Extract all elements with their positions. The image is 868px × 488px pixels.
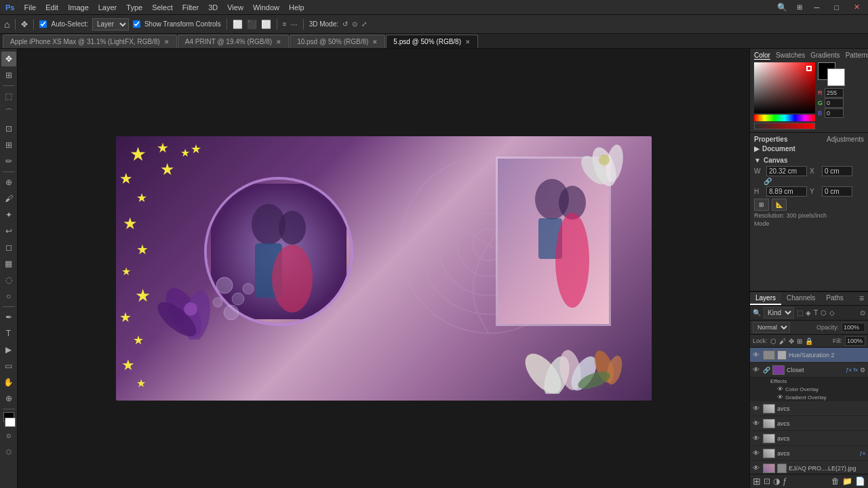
g-input[interactable] xyxy=(825,98,844,108)
show-transform-checkbox[interactable] xyxy=(133,20,140,28)
menu-layer[interactable]: Layer xyxy=(98,3,117,12)
3d-rotate-icon[interactable]: ↺ xyxy=(342,20,348,28)
add-mask-icon[interactable]: ⊡ xyxy=(764,476,770,486)
layers-kind-select[interactable]: Kind xyxy=(764,307,794,319)
menu-image[interactable]: Image xyxy=(68,3,89,12)
lock-all[interactable]: 🔒 xyxy=(805,338,813,345)
lock-transparency[interactable]: ⬡ xyxy=(770,338,776,345)
vis-icon-2[interactable]: 👁 xyxy=(753,366,761,373)
lasso-tool[interactable]: ⌒ xyxy=(1,105,16,120)
height-input[interactable] xyxy=(766,186,807,197)
adjustments-link[interactable]: Adjustments xyxy=(827,136,864,143)
quick-mask-tool[interactable]: ⊙ xyxy=(1,428,16,443)
tab-a4[interactable]: A4 PRINT @ 19.4% (RGB/8) ✕ xyxy=(178,35,289,48)
object-selection-tool[interactable]: ⊡ xyxy=(1,121,16,136)
zoom-tool[interactable]: ⊕ xyxy=(1,391,16,406)
tab-close-iphone[interactable]: ✕ xyxy=(164,39,170,45)
blend-mode-select[interactable]: Normal Multiply Screen Overlay xyxy=(753,322,790,333)
document-section-title[interactable]: ▶ Document xyxy=(754,145,864,152)
new-group-icon[interactable]: 📁 xyxy=(842,476,852,486)
delete-layer-icon[interactable]: 🗑 xyxy=(831,476,840,486)
type-tool[interactable]: T xyxy=(1,326,16,341)
lock-ratio-icon[interactable]: 🔗 xyxy=(764,178,772,185)
add-style-icon[interactable]: ƒ xyxy=(783,476,787,486)
vis-icon-1[interactable]: 👁 xyxy=(753,351,761,359)
menu-3d[interactable]: 3D xyxy=(208,3,218,12)
align-left-icon[interactable]: ⬜ xyxy=(233,20,243,29)
lock-image[interactable]: 🖌 xyxy=(779,338,786,345)
gradient-tool[interactable]: ▦ xyxy=(1,256,16,271)
layers-filter-type[interactable]: T xyxy=(814,309,818,317)
move-tool-icon[interactable]: ✥ xyxy=(21,20,28,29)
distribute-icon[interactable]: ≡ xyxy=(283,20,287,28)
panel-icon[interactable]: ⊞ xyxy=(797,3,802,11)
move-tool[interactable]: ✥ xyxy=(1,52,16,66)
auto-select-checkbox[interactable] xyxy=(39,20,47,28)
align-center-icon[interactable]: ⬛ xyxy=(247,20,257,29)
tab-close-5psd[interactable]: ✕ xyxy=(465,39,471,45)
canvas-icon-1[interactable]: ⊞ xyxy=(754,199,769,211)
crop-tool[interactable]: ⊞ xyxy=(1,138,16,152)
healing-brush-tool[interactable]: ⊕ xyxy=(1,175,16,190)
canvas-area[interactable]: ★ ★ ★ ★ ★ ★ ★ ★ ★ ★ ★ ★ ★ ★ ★ xyxy=(18,49,749,488)
clone-stamp-tool[interactable]: ✦ xyxy=(1,207,16,222)
x-input[interactable] xyxy=(822,166,852,176)
layers-filter-shape[interactable]: ⬡ xyxy=(821,309,827,317)
dodge-tool[interactable]: ○ xyxy=(1,289,16,304)
vis-icon-go[interactable]: 👁 xyxy=(777,394,783,401)
brush-tool[interactable]: 🖌 xyxy=(1,191,16,206)
layers-filter-toggle[interactable]: ⊙ xyxy=(860,309,865,317)
width-input[interactable] xyxy=(766,166,807,176)
background-swatch[interactable] xyxy=(827,68,845,86)
lock-artboard[interactable]: ⊞ xyxy=(797,338,802,345)
fill-input[interactable] xyxy=(845,336,865,346)
hue-slider[interactable] xyxy=(754,115,815,121)
close-btn[interactable]: ✕ xyxy=(851,3,863,12)
new-layer-icon[interactable]: 📄 xyxy=(855,476,865,486)
alpha-slider[interactable] xyxy=(754,123,815,129)
home-icon[interactable]: ⌂ xyxy=(4,19,9,30)
hand-tool[interactable]: ✋ xyxy=(1,375,16,390)
history-brush-tool[interactable]: ↩ xyxy=(1,224,16,239)
background-color[interactable] xyxy=(5,418,16,427)
3d-pan-icon[interactable]: ⤢ xyxy=(361,20,367,28)
tab-channels[interactable]: Channels xyxy=(781,292,821,305)
menu-filter[interactable]: Filter xyxy=(182,3,199,12)
layer-avcs-2[interactable]: 👁 avcs xyxy=(750,416,868,431)
canvas-section-title[interactable]: ▼ Canvas xyxy=(754,157,864,164)
tab-paths[interactable]: Paths xyxy=(821,292,849,305)
layers-panel-menu[interactable]: ≡ xyxy=(855,292,868,305)
y-input[interactable] xyxy=(822,186,852,197)
menu-type[interactable]: Type xyxy=(126,3,142,12)
opacity-input[interactable] xyxy=(842,323,865,332)
layer-hue-sat-2[interactable]: 👁 Hue/Saturation 2 xyxy=(750,348,868,363)
marquee-tool[interactable]: ⬚ xyxy=(1,89,16,104)
tab-10psd[interactable]: 10.psd @ 50% (RGB/8) ✕ xyxy=(290,35,385,48)
path-selection-tool[interactable]: ▶ xyxy=(1,342,16,357)
layer-avcs-1[interactable]: 👁 avcs xyxy=(750,401,868,416)
screen-mode[interactable]: ⬡ xyxy=(1,445,16,460)
layer-closet[interactable]: 👁 🔗 Closet ƒx fx ⚙ xyxy=(750,363,868,378)
layer-ejaq-27[interactable]: 👁 EJ/AQ PRO....LE(27).jpg xyxy=(750,461,868,474)
tab-close-a4[interactable]: ✕ xyxy=(276,39,281,45)
settings-icon-2[interactable]: ⚙ xyxy=(860,367,865,373)
add-adjustment-icon[interactable]: ◑ xyxy=(773,476,780,486)
menu-select[interactable]: Select xyxy=(152,3,173,12)
tab-close-10psd[interactable]: ✕ xyxy=(372,39,378,45)
layer-avcs-4[interactable]: 👁 avcs ƒx xyxy=(750,446,868,461)
vis-icon-7[interactable]: 👁 xyxy=(753,464,761,472)
tab-iphone[interactable]: Apple iPhone XS Max @ 31.1% (LightFX, RG… xyxy=(3,35,177,48)
eraser-tool[interactable]: ◻ xyxy=(1,240,16,255)
more-options-icon[interactable]: ··· xyxy=(291,20,298,29)
maximize-btn[interactable]: □ xyxy=(831,3,842,12)
layers-filter-smart[interactable]: ◇ xyxy=(829,309,835,317)
blur-tool[interactable]: ◌ xyxy=(1,272,16,287)
search-icon[interactable]: 🔍 xyxy=(777,3,787,12)
tab-gradients[interactable]: Gradients xyxy=(810,52,840,60)
menu-help[interactable]: Help xyxy=(289,3,304,12)
layer-avcs-3[interactable]: 👁 avcs xyxy=(750,431,868,446)
tab-patterns[interactable]: Patterns xyxy=(846,52,868,60)
r-input[interactable] xyxy=(825,88,844,98)
vis-icon-3[interactable]: 👁 xyxy=(753,405,761,412)
tab-color[interactable]: Color xyxy=(754,52,770,60)
